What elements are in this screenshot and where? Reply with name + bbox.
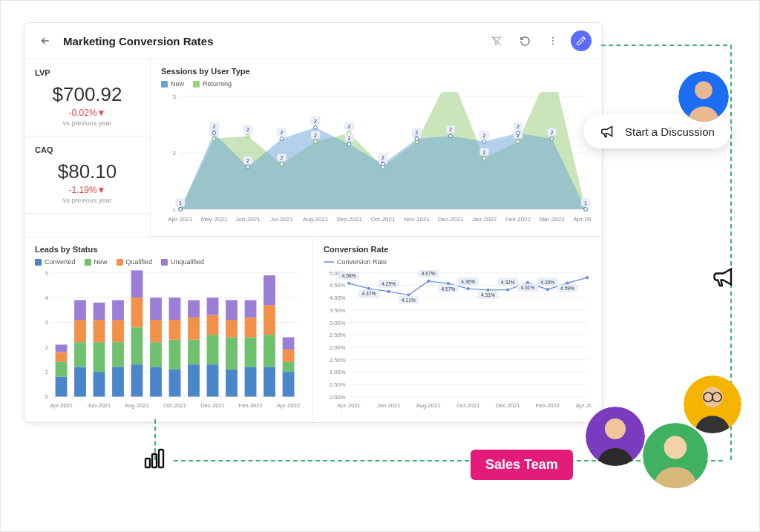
svg-point-51 (212, 131, 216, 135)
megaphone-icon (711, 263, 738, 290)
svg-point-221 (526, 281, 529, 284)
svg-text:Dec-2021: Dec-2021 (438, 216, 464, 223)
svg-text:2: 2 (449, 127, 452, 132)
svg-text:2: 2 (483, 133, 486, 138)
card-title: Conversion Rate (324, 245, 592, 254)
svg-text:2: 2 (45, 344, 48, 351)
svg-point-246 (664, 436, 687, 459)
conversion-legend: Conversion Rate (324, 258, 592, 266)
svg-rect-122 (94, 320, 105, 342)
svg-text:1: 1 (584, 200, 587, 206)
discussion-label: Start a Discussion (625, 125, 715, 138)
kpi-subtext: vs previous year (35, 119, 140, 127)
svg-text:3: 3 (173, 93, 177, 100)
svg-rect-163 (283, 337, 295, 349)
svg-text:Apr-2021: Apr-2021 (338, 402, 361, 409)
svg-rect-152 (245, 367, 257, 397)
dashboard-header: Marketing Conversion Rates (24, 23, 602, 59)
svg-text:Apr-2022: Apr-2022 (277, 402, 300, 409)
svg-point-197 (367, 287, 370, 290)
avatar (684, 375, 741, 433)
svg-text:2: 2 (381, 155, 384, 160)
svg-text:Aug-2021: Aug-2021 (125, 402, 149, 409)
svg-rect-239 (152, 454, 157, 467)
svg-point-75 (482, 139, 486, 143)
svg-point-48 (179, 208, 183, 211)
svg-text:Apr-2022: Apr-2022 (576, 402, 592, 409)
svg-rect-141 (188, 340, 200, 364)
svg-rect-154 (245, 318, 257, 338)
svg-text:2: 2 (517, 124, 520, 129)
svg-text:2: 2 (173, 150, 177, 157)
svg-text:Feb-2022: Feb-2022 (505, 216, 531, 223)
svg-text:2: 2 (483, 150, 486, 155)
svg-rect-161 (283, 362, 295, 372)
svg-point-78 (517, 131, 520, 135)
refresh-icon[interactable] (514, 30, 535, 51)
legend-new: New (94, 258, 108, 266)
svg-text:3: 3 (45, 319, 48, 326)
svg-rect-145 (207, 335, 219, 364)
svg-text:Feb-2022: Feb-2022 (238, 402, 262, 409)
sessions-card: Sessions by User Type New Returning 1231… (151, 59, 602, 237)
svg-text:4.32%: 4.32% (501, 280, 515, 285)
svg-point-212 (467, 287, 470, 290)
page-title: Marketing Conversion Rates (63, 35, 479, 47)
svg-rect-133 (150, 342, 162, 367)
svg-point-1 (552, 40, 554, 42)
svg-text:2: 2 (551, 130, 554, 135)
svg-rect-151 (226, 300, 238, 320)
svg-text:Nov-2021: Nov-2021 (404, 216, 430, 223)
svg-rect-117 (74, 342, 86, 367)
kpi-subtext: vs previous year (35, 197, 140, 204)
sessions-chart: 12312222222322311222222222221Apr-2021May… (161, 92, 592, 226)
megaphone-icon (600, 123, 616, 139)
svg-point-242 (695, 82, 712, 99)
svg-point-203 (407, 293, 410, 296)
sessions-legend: New Returning (161, 80, 592, 88)
legend-qualified: Qualified (126, 258, 153, 266)
svg-text:0.50%: 0.50% (330, 381, 346, 388)
svg-rect-150 (226, 320, 238, 337)
svg-point-36 (482, 157, 486, 160)
svg-rect-158 (263, 305, 275, 335)
connector-line (601, 45, 727, 46)
svg-text:Dec-2021: Dec-2021 (200, 402, 225, 409)
leads-card: Leads by Status Converted New Qualified … (24, 237, 313, 422)
avatar (643, 423, 708, 488)
back-icon[interactable] (35, 30, 56, 51)
svg-text:2: 2 (416, 130, 419, 135)
svg-text:Aug-2021: Aug-2021 (303, 216, 329, 223)
svg-rect-126 (112, 320, 124, 342)
svg-point-21 (314, 139, 318, 143)
edit-button[interactable] (571, 30, 592, 51)
more-icon[interactable] (543, 30, 563, 51)
svg-rect-140 (188, 364, 200, 396)
svg-text:2.50%: 2.50% (330, 332, 346, 338)
svg-text:4.31%: 4.31% (481, 292, 495, 298)
svg-rect-144 (207, 364, 219, 396)
svg-text:4.25%: 4.25% (381, 281, 396, 286)
svg-point-194 (347, 282, 350, 285)
leads-legend: Converted New Qualified Unqualified (35, 258, 302, 266)
svg-text:2: 2 (246, 158, 249, 163)
svg-text:1.50%: 1.50% (330, 357, 346, 364)
leads-chart: 012345Apr-2021Jun-2021Aug-2021Oct-2021De… (35, 270, 302, 410)
svg-rect-121 (94, 342, 105, 372)
filter-off-icon[interactable] (486, 30, 507, 51)
conversion-chart: 0.00%0.50%1.00%1.50%2.00%2.50%3.00%3.50%… (324, 270, 592, 411)
svg-text:Dec-2021: Dec-2021 (496, 402, 520, 409)
svg-text:2: 2 (348, 124, 351, 129)
legend-new: New (171, 80, 184, 88)
svg-rect-131 (131, 270, 143, 298)
svg-rect-156 (263, 367, 275, 397)
svg-text:Jun-2021: Jun-2021 (235, 216, 261, 223)
avatar (678, 71, 729, 122)
svg-point-54 (246, 165, 250, 169)
svg-rect-153 (245, 337, 257, 367)
kpi-caq: CAQ $80.10 -1.19%▼ vs previous year (24, 137, 150, 214)
svg-text:2: 2 (281, 155, 284, 160)
bar-chart-icon (141, 445, 168, 472)
svg-point-72 (449, 134, 453, 138)
svg-text:Apr-2021: Apr-2021 (50, 402, 73, 409)
